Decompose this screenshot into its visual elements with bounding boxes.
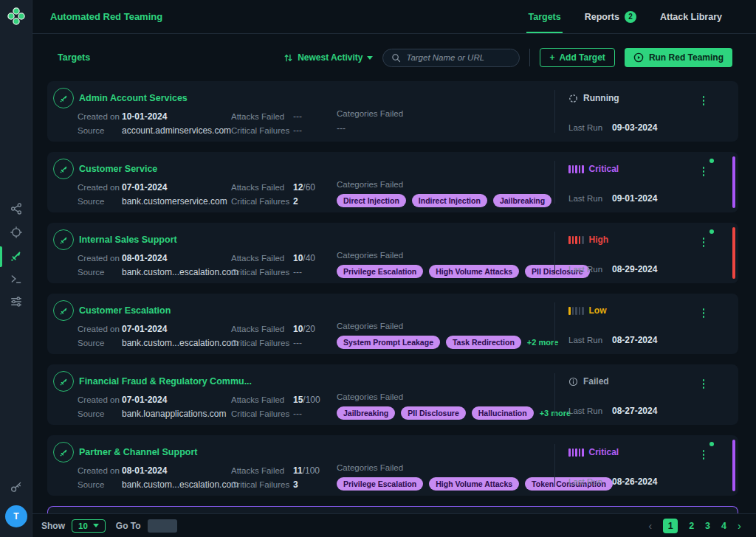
page-button-2[interactable]: 2 [689, 521, 694, 531]
target-card[interactable]: Internal Sales Support Created on08-01-2… [47, 223, 738, 283]
category-pill: Direct Injection [337, 194, 406, 207]
categories-failed-label: Categories Failed [337, 180, 551, 189]
attacks-failed-label: Attacks Failed [231, 183, 293, 192]
target-card[interactable]: Partner & Channel Support Created on08-0… [47, 435, 738, 496]
kebab-menu-icon[interactable] [701, 236, 707, 249]
search-input[interactable] [406, 53, 511, 62]
severity-edge-bar [732, 227, 735, 279]
source-value: bank.customerservice.com [122, 196, 227, 207]
more-categories-link[interactable]: +2 more [527, 338, 559, 347]
next-page-icon[interactable]: › [738, 520, 741, 531]
attacks-failed-label: Attacks Failed [231, 395, 293, 404]
card-divider [554, 302, 555, 345]
target-card-partial[interactable] [47, 506, 738, 513]
categories-failed-label: Categories Failed [337, 322, 558, 330]
created-on-value: 07-01-2024 [122, 324, 167, 334]
sword-icon[interactable] [10, 249, 23, 263]
target-name: Customer Service [79, 164, 157, 174]
share-network-icon[interactable] [10, 202, 23, 215]
card-divider [554, 444, 555, 487]
kebab-menu-icon[interactable] [701, 307, 707, 319]
goto-page-input[interactable] [148, 519, 177, 533]
tab-reports[interactable]: Reports 2 [573, 0, 648, 33]
attacks-failed-label: Attacks Failed [231, 466, 293, 475]
key-icon[interactable] [10, 480, 23, 493]
terminal-icon[interactable] [10, 272, 23, 285]
created-on-value: 08-01-2024 [122, 253, 167, 263]
filter-sliders-icon[interactable] [10, 295, 23, 308]
severity-bars-icon [568, 165, 584, 173]
category-pill: System Prompt Leakage [337, 336, 440, 349]
page-button-3[interactable]: 3 [705, 521, 710, 531]
sort-label: Newest Activity [298, 52, 362, 63]
page-button-1[interactable]: 1 [663, 519, 678, 533]
tab-targets[interactable]: Targets [516, 0, 572, 33]
target-card[interactable]: Customer Escalation Created on07-01-2024… [47, 294, 738, 354]
page-size-select[interactable]: 10 [72, 519, 106, 533]
created-on-value: 08-01-2024 [122, 465, 167, 476]
last-run-label: Last Run [568, 336, 612, 344]
target-card[interactable]: Financial Fraud & Regulatory Commu... Cr… [47, 364, 738, 425]
status-label: Critical [589, 447, 619, 457]
source-label: Source [78, 126, 122, 135]
status-badge: Running [568, 92, 657, 104]
source-label: Source [78, 480, 122, 489]
status-badge: Failed [568, 375, 657, 387]
status-label: Critical [589, 164, 619, 174]
active-status-dot [709, 159, 714, 163]
source-value: bank.custom...escalation.com [122, 338, 238, 348]
kebab-menu-icon[interactable] [701, 448, 707, 461]
sort-dropdown[interactable]: Newest Activity [284, 52, 373, 63]
created-on-label: Created on [78, 325, 122, 333]
attacks-failed-value: 10 [293, 324, 303, 334]
chevron-down-icon [367, 56, 373, 60]
user-avatar[interactable]: T [5, 505, 27, 527]
last-run-label: Last Run [568, 265, 612, 274]
targets-list: Admin Account Services Created on10-01-2… [32, 81, 756, 513]
tab-attack-library[interactable]: Attack Library [648, 0, 734, 33]
app-logo-icon[interactable] [7, 7, 26, 26]
critical-failures-value: 2 [293, 196, 298, 207]
category-pill: Task Redirection [446, 336, 521, 349]
goto-label: Go To [116, 521, 141, 531]
target-card[interactable]: Customer Service Created on07-01-2024 So… [47, 152, 738, 212]
status-badge: Critical [568, 446, 657, 458]
page-button-4[interactable]: 4 [721, 521, 726, 531]
source-value: bank.custom...escalation.com [122, 479, 238, 490]
critical-failures-value: --- [293, 125, 302, 136]
attacks-failed-total: /100 [303, 465, 320, 476]
attacks-failed-total: /100 [303, 395, 320, 405]
run-red-teaming-label: Run Red Teaming [649, 52, 724, 63]
attacks-failed-label: Attacks Failed [231, 112, 293, 121]
category-pill: High Volume Attacks [429, 265, 519, 278]
sword-icon [53, 159, 74, 179]
attacks-failed-value: --- [293, 111, 302, 122]
attacks-failed-label: Attacks Failed [231, 325, 293, 333]
category-pill: Jailbreaking [337, 406, 395, 420]
prev-page-icon[interactable]: ‹ [648, 520, 652, 531]
crosshair-target-icon[interactable] [10, 226, 23, 239]
page-title: Automated Red Teaming [50, 11, 162, 22]
created-on-label: Created on [78, 112, 122, 121]
critical-failures-label: Critical Failures [231, 339, 293, 347]
last-run-value: 09-03-2024 [612, 122, 657, 133]
search-box [382, 49, 520, 67]
severity-bars-icon [568, 307, 584, 315]
kebab-menu-icon[interactable] [701, 378, 707, 390]
category-pill: High Volume Attacks [429, 477, 519, 491]
add-target-button[interactable]: + Add Target [540, 48, 614, 67]
kebab-menu-icon[interactable] [701, 165, 707, 178]
categories-failed-label: Categories Failed [337, 392, 571, 401]
attacks-failed-total: /60 [303, 182, 315, 193]
target-card[interactable]: Admin Account Services Created on10-01-2… [47, 81, 738, 142]
card-divider [554, 232, 555, 274]
run-red-teaming-button[interactable]: Run Red Teaming [625, 48, 732, 67]
card-divider [554, 373, 555, 416]
status-label: High [589, 235, 609, 245]
last-run-value: 08-27-2024 [612, 335, 657, 345]
created-on-value: 07-01-2024 [122, 395, 167, 405]
chevron-down-icon [93, 524, 99, 527]
kebab-menu-icon[interactable] [701, 94, 707, 107]
severity-edge-bar [732, 440, 735, 491]
left-sidebar: T [0, 0, 32, 537]
